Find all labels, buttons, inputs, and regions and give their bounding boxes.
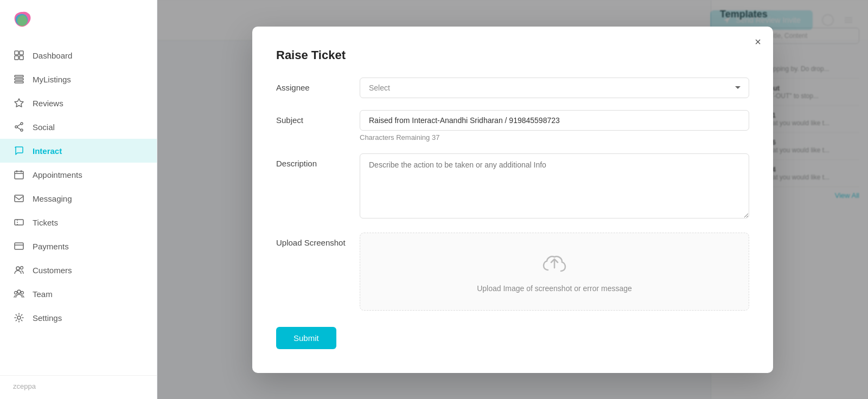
sidebar-logo: [0, 0, 157, 39]
sidebar-footer: zceppa: [0, 375, 157, 399]
sidebar-item-customers[interactable]: Customers: [0, 258, 157, 282]
sidebar-item-messaging-label: Messaging: [33, 194, 72, 203]
upload-area[interactable]: Upload Image of screenshot or error mess…: [360, 233, 749, 311]
svg-rect-16: [15, 195, 23, 202]
subject-input[interactable]: [360, 110, 749, 131]
sidebar-item-team-label: Team: [33, 289, 53, 299]
sidebar-item-messaging[interactable]: Messaging: [0, 186, 157, 210]
description-label: Description: [276, 153, 347, 168]
sidebar-item-dashboard[interactable]: Dashboard: [0, 43, 157, 67]
sidebar-item-interact-label: Interact: [33, 146, 62, 156]
sidebar-item-settings-label: Settings: [33, 313, 62, 323]
chat-icon: [13, 145, 25, 157]
svg-point-7: [21, 123, 23, 125]
gear-icon: [13, 312, 25, 324]
svg-line-10: [17, 124, 21, 126]
modal-close-button[interactable]: ×: [755, 36, 761, 47]
svg-point-21: [16, 267, 20, 270]
svg-point-23: [17, 290, 21, 293]
assignee-label: Assignee: [276, 78, 347, 92]
calendar-icon: [13, 169, 25, 181]
raise-ticket-modal: × Raise Ticket Assignee Select Subject C…: [252, 27, 773, 373]
assignee-wrap: Select: [360, 78, 749, 98]
upload-icon: [541, 250, 567, 279]
sidebar: Dashboard MyListings Reviews Social Inte: [0, 0, 157, 399]
sidebar-item-customers-label: Customers: [33, 266, 72, 275]
payment-icon: [13, 240, 25, 252]
sidebar-item-appointments-label: Appointments: [33, 170, 82, 179]
svg-point-9: [15, 126, 17, 128]
modal-title: Raise Ticket: [276, 48, 749, 62]
svg-rect-12: [15, 171, 23, 179]
description-wrap: [360, 153, 749, 221]
svg-rect-0: [15, 51, 18, 55]
svg-rect-6: [15, 81, 23, 83]
svg-point-8: [21, 129, 23, 131]
ticket-icon: [13, 216, 25, 228]
assignee-row: Assignee Select: [276, 78, 749, 98]
sidebar-item-mylistings-label: MyListings: [33, 75, 71, 84]
share-icon: [13, 121, 25, 133]
sidebar-item-tickets[interactable]: Tickets: [0, 210, 157, 234]
sidebar-item-social-label: Social: [33, 123, 55, 132]
svg-rect-19: [15, 243, 23, 249]
description-textarea[interactable]: [360, 153, 749, 218]
chars-remaining: Characters Remaining 37: [360, 133, 749, 141]
svg-rect-5: [15, 79, 23, 80]
subject-row: Subject Characters Remaining 37: [276, 110, 749, 141]
svg-point-25: [21, 292, 24, 294]
sidebar-item-reviews-label: Reviews: [33, 99, 63, 108]
sidebar-item-team[interactable]: Team: [0, 282, 157, 306]
svg-rect-17: [15, 220, 23, 225]
sidebar-item-payments[interactable]: Payments: [0, 234, 157, 258]
svg-rect-4: [15, 75, 23, 77]
subject-wrap: Characters Remaining 37: [360, 110, 749, 141]
sidebar-navigation: Dashboard MyListings Reviews Social Inte: [0, 39, 157, 375]
svg-rect-1: [20, 51, 23, 55]
svg-rect-3: [20, 56, 23, 60]
list-icon: [13, 73, 25, 85]
upload-label: Upload Screenshot: [276, 233, 347, 247]
svg-point-22: [21, 267, 23, 269]
svg-line-11: [17, 127, 21, 130]
submit-button[interactable]: Submit: [276, 327, 336, 349]
subject-label: Subject: [276, 110, 347, 125]
upload-text: Upload Image of screenshot or error mess…: [477, 284, 632, 293]
svg-point-26: [17, 316, 21, 319]
sidebar-item-dashboard-label: Dashboard: [33, 51, 72, 60]
sidebar-item-interact[interactable]: Interact: [0, 139, 157, 163]
sidebar-item-payments-label: Payments: [33, 242, 69, 251]
upload-wrap: Upload Image of screenshot or error mess…: [360, 233, 749, 311]
mail-icon: [13, 192, 25, 204]
description-row: Description: [276, 153, 749, 221]
upload-row: Upload Screenshot Upload Image of screen…: [276, 233, 749, 311]
sidebar-item-settings[interactable]: Settings: [0, 306, 157, 330]
assignee-select[interactable]: Select: [360, 78, 749, 98]
svg-point-24: [15, 292, 17, 294]
sidebar-item-tickets-label: Tickets: [33, 218, 58, 227]
main-content: Send Review Invite Templates Search by T…: [157, 0, 868, 399]
star-icon: [13, 97, 25, 109]
modal-overlay: × Raise Ticket Assignee Select Subject C…: [157, 0, 868, 399]
sidebar-item-reviews[interactable]: Reviews: [0, 91, 157, 115]
svg-rect-2: [15, 56, 18, 60]
app-logo: [11, 10, 35, 34]
team-icon: [13, 288, 25, 300]
sidebar-item-social[interactable]: Social: [0, 115, 157, 139]
sidebar-item-mylistings[interactable]: MyListings: [0, 67, 157, 91]
grid-icon: [13, 49, 25, 61]
sidebar-item-appointments[interactable]: Appointments: [0, 163, 157, 186]
people-icon: [13, 264, 25, 276]
